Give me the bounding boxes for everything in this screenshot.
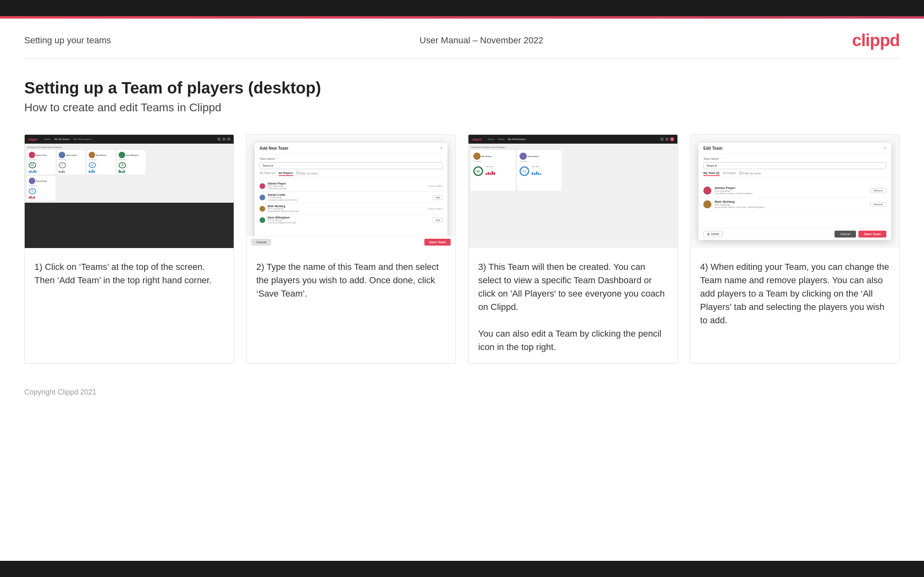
player-name: Adrian Player [715,186,867,190]
modal-body: Team Name * My Team (2) All Players Filt… [255,154,447,228]
player-avatar [260,195,265,200]
player-info: Blair McHarg Plus Handicap Royal North D… [268,205,426,212]
modal-tabs: My Team (2) All Players Filter by name [703,172,886,178]
player-list: Adrian Player Plus Handicap The Shire Lo… [260,180,443,225]
clippd-logo: clippd [852,31,900,50]
ss1-player-card: Dave Billingham 3.5 Handicap 78 [117,150,145,174]
player-row: Blair McHarg Plus Handicap Royal North D… [260,203,443,214]
my-team-tab[interactable]: My Team (2) [260,172,275,176]
modal-body: Team Name * My Team (2) All Players Filt… [698,154,891,184]
header: Setting up your teams User Manual – Nove… [0,19,924,58]
all-players-tab[interactable]: All Players [723,172,736,176]
player-row-edit: Adrian Player Plus Handicap The Shire Lo… [698,184,891,197]
step-card-1: clippd Home My My Teams My Performance V… [24,134,234,364]
player-name: Dave Billingham [268,216,430,219]
page-title: Setting up a Team of players (desktop) [24,79,900,97]
player-info: Dave Billingham 3.5 Handicap The Dog Mag… [268,216,430,224]
modal-close-icon[interactable]: × [884,146,886,151]
step-card-2: Add New Team × Team Name * My Team (2) A… [246,134,456,364]
player-club: Royal North Devon Golf Club, United King… [715,206,867,208]
page-footer: Copyright Clippd 2021 [0,380,924,405]
modal-close-icon[interactable]: × [440,146,443,151]
player-avatar [703,200,711,208]
trash-icon: 🗑 [707,233,710,235]
player-name: Adrian Colba [268,193,430,196]
save-team-button[interactable]: Save Team [858,231,886,238]
ss1-player-card: Adrian Collins Plus Handicap 0 [57,150,85,174]
ss1-player-card: Blair McHarg Plus Handicap 94 [87,150,115,174]
remove-player-button[interactable]: Remove [870,188,886,193]
delete-team-button[interactable]: 🗑 Delete [703,231,723,237]
player-info: Adrian Colba 1.5 Handicap Central London… [268,193,430,201]
player-club: Central London Golf Centre [268,199,430,201]
ss3-player-card: Blair McHarg Plus Handicap 94 Player Qua… [471,150,515,191]
team-name-input[interactable] [260,162,443,169]
bottom-bar [0,561,924,577]
remove-player-button[interactable]: Remove [870,202,886,207]
modal-title: Add New Team [260,146,288,151]
player-row: Dave Billingham 3.5 Handicap The Dog Mag… [260,214,443,225]
player-name: Blair McHarg [715,200,867,204]
ss1-player-card: Adrian Collins Plus Handicap 84 [27,150,55,174]
ss1-body: Viewing 6 of 8 Players from All Players … [25,144,234,203]
player-added-status: Player Added [428,208,443,210]
ss3-topbar: clippd Home Teams My Performance ✎ [468,135,677,144]
top-bar [0,0,924,16]
add-player-button[interactable]: Add [432,195,443,200]
main-content: Setting up a Team of players (desktop) H… [0,59,924,380]
footer-right-buttons: Cancel Save Team [835,231,886,238]
screenshot-4: Edit Team × Team Name * My Team (2) All … [690,135,899,248]
player-info: Adrian Player Plus Handicap The Shire Lo… [268,182,426,190]
step-2-text: 2) Type the name of this Team and then s… [247,248,456,363]
cancel-button[interactable]: Cancel [255,239,271,240]
screenshot-1: clippd Home My My Teams My Performance V… [25,135,234,248]
step-card-3: clippd Home Teams My Performance ✎ Viewi… [468,134,678,364]
modal-footer: Cancel Save Team [255,236,447,240]
team-name-input[interactable] [703,162,886,169]
copyright-text: Copyright Clippd 2021 [24,388,96,396]
modal-header: Add New Team × [255,143,447,154]
ss1-player-card-bottom: Richard Butler Plus Handicap 72 [27,176,55,200]
modal-title: Edit Team [703,146,722,151]
ss3-body: Viewing 6 of 8 Players from All Players … [468,144,677,248]
player-info: Adrian Player Plus Handicap The Shire Lo… [715,186,867,195]
modal-footer: 🗑 Delete Cancel Save Team [698,228,891,240]
ss3-logo: clippd [472,138,481,141]
step-3-text: 3) This Team will then be created. You c… [468,248,677,363]
step-4-text: 4) When editing your Team, you can chang… [690,248,899,363]
ss1-logo: clippd [28,138,38,141]
player-row: Adrian Colba 1.5 Handicap Central London… [260,192,443,203]
player-name: Blair McHarg [268,205,426,208]
modal-header: Edit Team × [698,143,891,154]
screenshot-2: Add New Team × Team Name * My Team (2) A… [247,135,456,248]
modal-edit-team: Edit Team × Team Name * My Team (2) All … [698,143,891,240]
player-club: The Dog Maging Golf Club [268,221,430,224]
player-club: Royal North Devon Golf Club [268,210,426,212]
player-info: Blair McHarg Plus Handicap Royal North D… [715,200,867,208]
steps-grid: clippd Home My My Teams My Performance V… [24,134,900,364]
player-added-status: Player Added [428,185,443,187]
header-manual-title: User Manual – November 2022 [419,35,543,46]
my-team-tab[interactable]: My Team (2) [703,172,720,176]
player-club: The Shire London [268,187,426,190]
filter-tab: Filter by name [296,172,318,176]
team-name-label: Team Name * [260,157,443,160]
player-avatar [260,217,265,223]
player-name: Adrian Player [268,182,426,185]
ss3-player-card: Richard Butler Plus Handicap 72 Player Q… [517,150,562,191]
modal-add-team: Add New Team × Team Name * My Team (2) A… [255,143,447,240]
all-players-tab[interactable]: All Players [279,172,293,176]
add-player-button[interactable]: Add [432,218,443,223]
player-row: Adrian Player Plus Handicap The Shire Lo… [260,180,443,192]
save-team-button[interactable]: Save Team [424,239,447,240]
filter-tab: Filter by name [739,172,761,176]
player-row-edit: Blair McHarg Plus Handicap Royal North D… [698,197,891,211]
header-section-title: Setting up your teams [24,35,111,46]
cancel-button[interactable]: Cancel [835,231,856,238]
step-card-4: Edit Team × Team Name * My Team (2) All … [690,134,900,364]
player-avatar [703,187,711,195]
player-club: The Shire London, United Kingdom [715,192,867,195]
ss1-nav: Home My My Teams My Performance [44,138,92,140]
modal-tabs: My Team (2) All Players Filter by name [260,172,443,178]
player-avatar [260,183,265,189]
